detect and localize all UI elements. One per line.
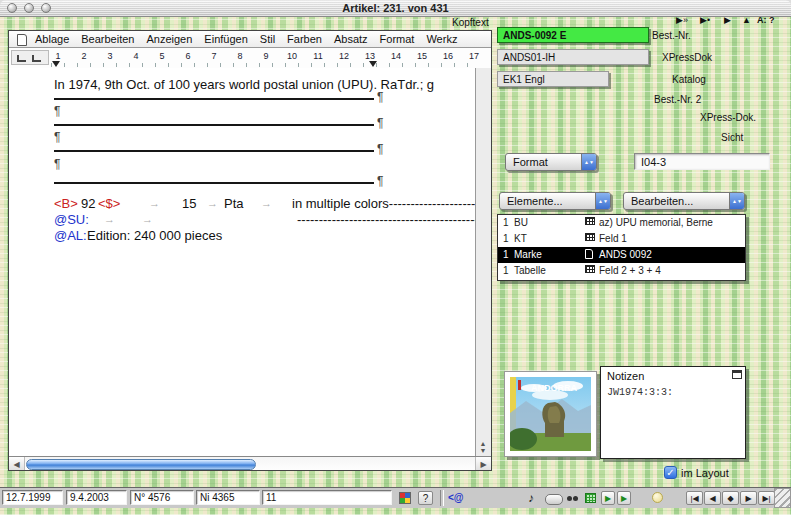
bold-open-tag: <B> — [54, 196, 78, 211]
menu-absatz[interactable]: Absatz — [334, 33, 368, 45]
pilcrow-mark: ¶ — [377, 142, 383, 156]
app-window: Artikel: 231. von 431 Kopftext ▶» ▶• ▶ ▲… — [0, 0, 791, 515]
elements-list: 1 BU az) UPU memorial, Berne 1 KT Feld 1… — [497, 214, 746, 281]
window-title: Artikel: 231. von 431 — [0, 2, 791, 14]
menu-ablage[interactable]: Ablage — [35, 33, 69, 45]
tab-arrow-icon: → — [149, 197, 160, 209]
popup-arrows-icon: ▲▼ — [595, 193, 610, 209]
ruler-ticks — [39, 63, 473, 67]
palette-icon[interactable] — [399, 492, 411, 504]
format-value-field[interactable]: I04-3 — [634, 153, 770, 170]
toggle-switch-icon[interactable] — [545, 494, 563, 505]
ruler-number: 9 — [256, 51, 276, 61]
katalog-field[interactable]: EK1 Engl — [497, 71, 609, 87]
notes-title: Notizen — [607, 370, 644, 382]
header-play-dot-button[interactable]: ▶• — [700, 15, 710, 25]
im-layout-checkbox[interactable]: ✓ — [664, 466, 677, 479]
ruler[interactable]: 1 2 3 4 5 6 7 8 9 10 11 12 13 14 15 16 1… — [9, 48, 491, 69]
nav-prev-button[interactable]: ◀ — [704, 491, 721, 505]
right-margin-marker[interactable] — [369, 61, 377, 67]
horizontal-rule — [54, 182, 374, 184]
ruler-number: 3 — [100, 51, 120, 61]
list-item[interactable]: 1 BU az) UPU memorial, Berne — [498, 215, 745, 231]
scroll-right-icon[interactable]: ▶ — [475, 457, 491, 471]
yellow-dot-button[interactable] — [652, 492, 663, 503]
text-area[interactable]: In 1974, 9th Oct. of 100 years world pos… — [9, 68, 476, 456]
menu-format[interactable]: Format — [380, 33, 415, 45]
bearbeiten-popup[interactable]: Bearbeiten... ▲▼ — [623, 192, 745, 210]
scrollbar-thumb[interactable] — [26, 459, 256, 470]
scroll-down-icon[interactable]: ▼ — [480, 447, 487, 454]
menu-einfuegen[interactable]: Einfügen — [204, 33, 247, 45]
tab-stop-icon[interactable] — [32, 55, 41, 62]
menu-werkzeug[interactable]: Werkz — [426, 33, 457, 45]
header-a-button[interactable]: A: ? — [757, 15, 775, 25]
element-description: Feld 2 + 3 + 4 — [599, 265, 661, 276]
scroll-up-icon[interactable]: ▲ — [480, 440, 487, 447]
at-button[interactable]: <@ — [448, 492, 464, 503]
element-type: Tabelle — [514, 265, 546, 276]
nav-current-button[interactable]: ◆ — [722, 491, 739, 505]
notes-box[interactable]: Notizen JW1974:3:3: — [600, 366, 746, 459]
pilcrow-mark: ¶ — [377, 174, 383, 188]
element-description: Feld 1 — [599, 233, 627, 244]
green-grid-icon[interactable] — [585, 493, 596, 503]
im-layout-label: im Layout — [681, 467, 729, 479]
help-button[interactable]: ? — [418, 491, 433, 505]
nav-next-button[interactable]: ▶ — [740, 491, 757, 505]
tab-arrow-icon: → — [261, 197, 272, 209]
best-nr-field[interactable]: ANDS-0092 E — [497, 27, 649, 43]
list-item[interactable]: 1 KT Feld 1 — [498, 231, 745, 247]
stamp-country-text: ANDORRA — [531, 383, 577, 393]
al-tag: @AL: — [54, 228, 87, 243]
katalog-label: Katalog — [672, 74, 706, 85]
indent-marker[interactable] — [52, 61, 60, 67]
ruler-number: 16 — [438, 51, 458, 61]
header-up-button[interactable]: ▲ — [742, 15, 751, 25]
link-dots-icon[interactable] — [567, 496, 572, 501]
format-popup-label: Format — [513, 156, 548, 168]
ruler-number: 17 — [464, 51, 484, 61]
menu-anzeigen[interactable]: Anzeigen — [146, 33, 192, 45]
list-item-selected[interactable]: 1 Marke ANDS 0092 — [498, 247, 745, 263]
format-popup[interactable]: Format ▲▼ — [505, 153, 597, 171]
resize-grip[interactable] — [774, 488, 791, 508]
header-play-skip-button[interactable]: ▶» — [676, 15, 688, 25]
menu-bearbeiten[interactable]: Bearbeiten — [81, 33, 134, 45]
music-note-icon[interactable]: ♪ — [528, 491, 534, 505]
forward-icon[interactable]: ▶ — [617, 491, 631, 505]
elemente-popup[interactable]: Elemente... ▲▼ — [499, 192, 611, 210]
pilcrow-mark: ¶ — [377, 90, 383, 104]
stamp-image: ANDORRA — [510, 377, 591, 451]
window-titlebar[interactable]: Artikel: 231. von 431 — [0, 0, 791, 17]
list-item[interactable]: 1 Tabelle Feld 2 + 3 + 4 — [498, 263, 745, 279]
menu-farben[interactable]: Farben — [287, 33, 322, 45]
divider — [440, 490, 444, 506]
menu-stil[interactable]: Stil — [260, 33, 275, 45]
value-qty: 15 — [182, 196, 196, 211]
ruler-number: 1 — [48, 51, 68, 61]
editor-menubar: Ablage Bearbeiten Anzeigen Einfügen Stil… — [9, 31, 491, 48]
scroll-left-icon[interactable]: ◀ — [9, 457, 25, 471]
xpressdok-field[interactable]: ANDS01-IH — [497, 49, 649, 65]
vertical-scrollbar[interactable]: ▲ ▼ — [475, 68, 491, 456]
ruler-number: 2 — [74, 51, 94, 61]
horizontal-scrollbar[interactable]: ◀ ▶ — [9, 456, 491, 471]
xpress-dok-label: XPress-Dok. — [700, 112, 756, 123]
status-input-field[interactable]: 11 — [262, 490, 392, 505]
status-number-1: N° 4576 — [130, 490, 194, 505]
table-icon — [585, 217, 595, 225]
status-bar: 12.7.1999 9.4.2003 N° 4576 Ni 4365 11 ? … — [0, 487, 791, 508]
element-type: Marke — [514, 249, 542, 260]
element-type: KT — [514, 233, 527, 244]
header-play-button[interactable]: ▶ — [724, 15, 731, 25]
forward-icon[interactable]: ▶ — [601, 491, 615, 505]
nav-first-button[interactable]: |◀ — [686, 491, 703, 505]
nav-last-button[interactable]: ▶| — [758, 491, 775, 505]
status-date-1: 12.7.1999 — [2, 490, 63, 505]
tab-stop-icon[interactable] — [17, 55, 26, 62]
ruler-number: 14 — [386, 51, 406, 61]
notes-window-icon[interactable] — [732, 370, 742, 379]
notes-body[interactable]: JW1974:3:3: — [607, 387, 673, 398]
ruler-number: 5 — [152, 51, 172, 61]
